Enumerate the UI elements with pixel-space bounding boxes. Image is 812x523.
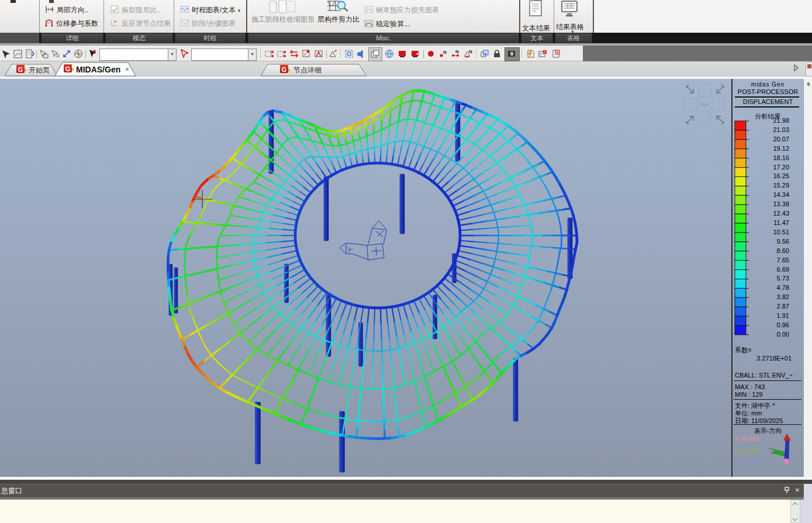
svg-text:N: N: [455, 49, 459, 54]
svg-text:N: N: [469, 49, 472, 54]
svg-text:G: G: [65, 65, 71, 72]
svg-text:N: N: [443, 50, 447, 55]
svg-text:TOP: TOP: [700, 102, 709, 108]
svg-text:G: G: [18, 66, 23, 73]
svg-text:G: G: [282, 66, 287, 73]
